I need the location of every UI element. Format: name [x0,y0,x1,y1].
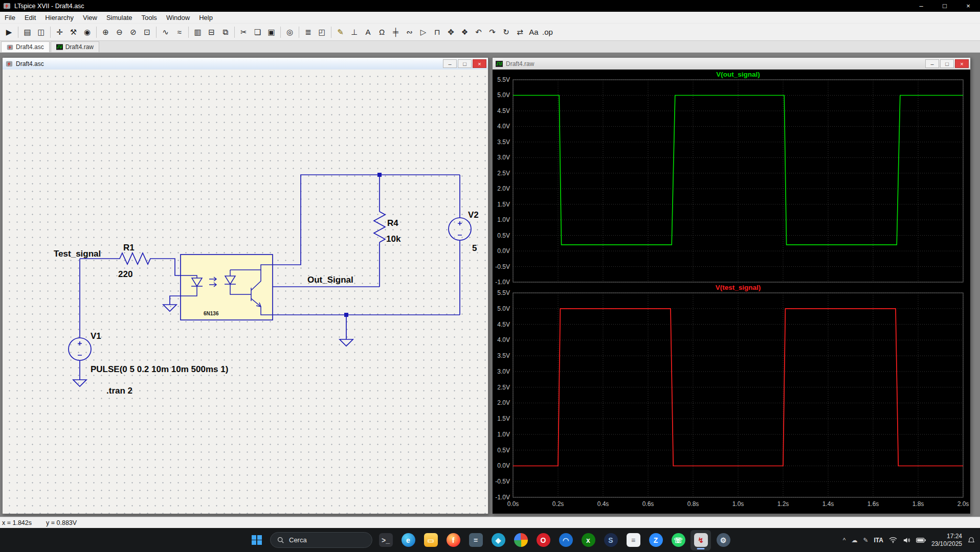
menu-simulate[interactable]: Simulate [102,13,137,22]
taskbar-app-opera[interactable]: O [533,530,553,550]
taskbar-app-browser-colorful[interactable] [510,530,531,550]
paste-button[interactable]: ▣ [264,25,278,39]
schematic-window-titlebar[interactable]: Draft4.asc – □ × [3,58,488,70]
resistor-r1[interactable] [116,253,154,264]
tile-vertical-button[interactable]: ▥ [191,25,205,39]
cut-button[interactable]: ✂ [237,25,251,39]
save-button[interactable]: ◫ [34,25,48,39]
ground-symbol[interactable] [163,305,176,311]
taskbar-app-whatsapp[interactable]: ☏ [668,530,688,550]
spice-directive-label[interactable]: .tran 2 [106,386,132,396]
redo-button[interactable]: ↷ [485,25,499,39]
run-button[interactable]: ▶ [2,25,16,39]
ground-symbol[interactable] [340,339,353,346]
cascade-windows-button[interactable]: ⧉ [218,25,232,39]
drag-button[interactable]: ❖ [458,25,472,39]
child-minimize-button[interactable]: – [925,59,939,68]
r4-value-label[interactable]: 10k [386,234,401,244]
child-close-button[interactable]: × [473,59,486,68]
halt-button[interactable]: ◉ [80,25,94,39]
spice-directive-button[interactable]: .op [541,25,554,39]
waveform-window-titlebar[interactable]: Draft4.raw – □ × [493,58,970,70]
copy-button[interactable]: ❏ [251,25,264,39]
battery-icon[interactable] [916,538,926,543]
capacitor-button[interactable]: ╪ [389,25,403,39]
trace-title[interactable]: V(test_signal) [716,284,761,291]
menu-help[interactable]: Help [194,13,217,22]
trace-title[interactable]: V(out_signal) [716,71,760,78]
v2-value-label[interactable]: 5 [472,243,477,253]
control-panel-button[interactable]: ⚒ [66,25,80,39]
clock[interactable]: 17:24 23/10/2025 [931,533,962,548]
v2-name-label[interactable]: V2 [468,210,479,220]
language-indicator[interactable]: ITA [874,537,883,544]
child-maximize-button[interactable]: □ [458,59,472,68]
net-label-test-signal[interactable]: Test_signal [54,249,101,259]
r1-value-label[interactable]: 220 [118,269,132,279]
taskbar-app-terminal[interactable]: >_ [375,530,396,550]
waveform-canvas[interactable]: 5.5V5.0V4.5V4.0V3.5V3.0V2.5V2.0V1.5V1.0V… [493,70,970,514]
minimize-button[interactable]: – [909,0,933,12]
zoom-full-extents-button[interactable]: ⊡ [140,25,154,39]
taskbar-app-app-blue-swirl[interactable]: ◠ [555,530,576,550]
resistor-button[interactable]: Ω [375,25,389,39]
autorange-y-axis-button[interactable]: ∿ [159,25,172,39]
optocoupler-6n136[interactable] [181,255,273,320]
schematic-canvas[interactable]: 6N136 Test_signal R1 220 Out_Signal R4 1… [3,70,488,514]
tray-hidden-icon-2[interactable]: ✎ [863,537,868,544]
menu-window[interactable]: Window [162,13,194,22]
speaker-icon[interactable] [903,537,910,543]
start-button[interactable] [247,530,267,550]
text-button[interactable]: Aa [527,25,541,39]
taskbar-search[interactable]: Cerca [270,532,372,548]
notification-bell-icon[interactable] [968,537,975,544]
diode-button[interactable]: ▷ [416,25,430,39]
print-button[interactable]: ≣ [301,25,315,39]
app-titlebar[interactable]: LTspice XVII - Draft4.asc – □ × [0,0,980,12]
tray-chevron-icon[interactable]: ^ [843,537,846,544]
print-preview-button[interactable]: ◰ [315,25,329,39]
taskbar-app-xbox[interactable]: x [578,530,598,550]
wire[interactable] [273,175,460,265]
menu-view[interactable]: View [78,13,102,22]
close-button[interactable]: × [956,0,980,12]
v1-name-label[interactable]: V1 [91,331,101,341]
mirror-button[interactable]: ⇄ [513,25,527,39]
opto-part-label[interactable]: 6N136 [204,311,219,316]
menu-hierarchy[interactable]: Hierarchy [40,13,78,22]
taskbar-app-settings[interactable]: ⚙ [713,530,733,550]
v1-value-label[interactable]: PULSE(0 5 0.2 10m 10m 500ms 1) [91,364,228,374]
child-maximize-button[interactable]: □ [940,59,954,68]
taskbar-app-app-blue[interactable]: Z [645,530,666,550]
taskbar-app-app-navy[interactable]: S [600,530,621,550]
net-label-button[interactable]: A [361,25,375,39]
resistor-r4[interactable] [374,212,385,242]
taskbar-app-firefox[interactable]: f [443,530,463,550]
taskbar-app-edge-browser[interactable]: e [398,530,418,550]
taskbar-app-file-explorer[interactable]: ▭ [420,530,441,550]
menu-file[interactable]: File [0,13,20,22]
rotate-button[interactable]: ↻ [499,25,513,39]
wire[interactable] [154,259,181,275]
ground-button[interactable]: ⊥ [347,25,361,39]
schematic-capture-button[interactable]: ✛ [53,25,66,39]
wire[interactable] [170,296,181,305]
taskbar-app-calculator[interactable]: = [465,530,486,550]
find-button[interactable]: ◎ [283,25,297,39]
taskbar-app-ltspice[interactable]: ↯ [691,530,711,550]
tile-horizontal-button[interactable]: ⊟ [205,25,218,39]
child-minimize-button[interactable]: – [443,59,457,68]
draw-wire-button[interactable]: ✎ [333,25,347,39]
taskbar-app-app-teal[interactable]: ◆ [488,530,508,550]
tab-draft4-asc[interactable]: Draft4.asc [1,41,50,52]
open-file-button[interactable]: ▤ [20,25,34,39]
zoom-in-button[interactable]: ⊕ [99,25,113,39]
tray-hidden-icon-1[interactable]: ☁ [851,537,857,544]
net-label-out-signal[interactable]: Out_Signal [307,275,353,285]
move-button[interactable]: ✥ [444,25,458,39]
voltage-source-v1[interactable] [69,338,91,360]
maximize-button[interactable]: □ [933,0,956,12]
voltage-source-v2[interactable] [449,218,471,240]
taskbar-app-notes[interactable]: ≡ [623,530,643,550]
child-close-button[interactable]: × [955,59,969,68]
